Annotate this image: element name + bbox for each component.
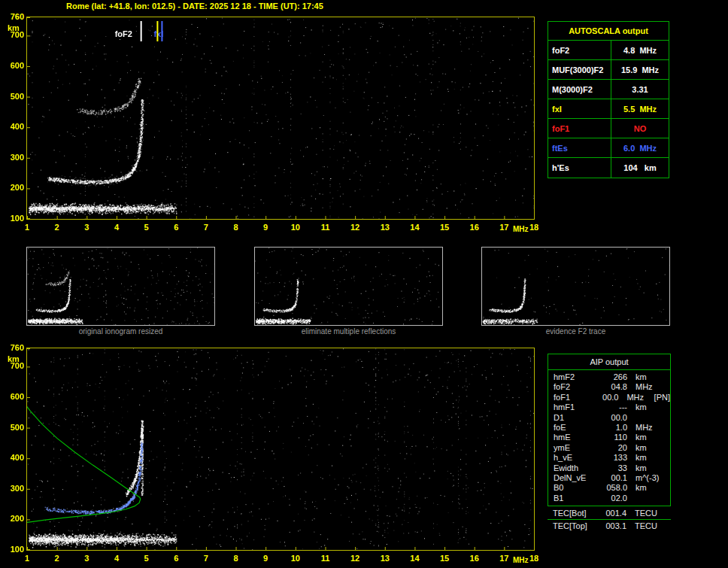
x-axis-tick-label: 16 bbox=[466, 223, 483, 232]
x-axis-tick-label: 2 bbox=[49, 223, 65, 232]
aip-cell: m^(-3) bbox=[627, 473, 666, 483]
aip-row-DelN_vE: DelN_vE00.1m^(-3) bbox=[548, 473, 670, 483]
aip-cell: 1.0 bbox=[599, 423, 627, 433]
autoscala-row-M(3000)F2: M(3000)F23.31 bbox=[548, 80, 669, 99]
aip-row-B0: B0058.0km bbox=[548, 483, 670, 493]
aip-cell bbox=[627, 494, 666, 503]
autoscala-param-label: M(3000)F2 bbox=[548, 80, 611, 99]
aip-cell: km bbox=[627, 463, 666, 473]
x-axis-tick-label: 6 bbox=[168, 554, 184, 563]
aip-cell: 20 bbox=[599, 443, 627, 453]
y-axis-unit-label: km bbox=[5, 24, 24, 32]
aip-cell: hmE bbox=[554, 433, 599, 442]
x-axis-tick-label: 14 bbox=[406, 554, 423, 563]
x-axis-tick-label: 17 bbox=[496, 223, 512, 232]
aip-cell: TECU bbox=[626, 521, 666, 531]
x-axis-tick-label: 3 bbox=[78, 554, 95, 563]
aip-cell: 33 bbox=[599, 463, 627, 473]
y-axis-tick-label: 300 bbox=[5, 484, 24, 493]
x-axis-tick-label: 16 bbox=[466, 554, 483, 563]
autoscala-param-value: 3.31 bbox=[611, 80, 669, 99]
bottom-ionogram-plot bbox=[26, 348, 535, 551]
x-axis-tick-label: 1 bbox=[19, 554, 35, 563]
thumbnail-no-multiples bbox=[254, 247, 443, 326]
aip-tec-divider bbox=[548, 519, 671, 520]
aip-panel-rows: hmF2266kmfoF204.8MHzfoF100.0MHz[PN]hmF1-… bbox=[548, 372, 670, 503]
aip-tec-section: TEC[Bot]001.4TECUTEC[Top]003.1TECU bbox=[548, 509, 671, 531]
aip-cell: hmF1 bbox=[554, 402, 599, 412]
y-axis-tick-label: 600 bbox=[5, 62, 24, 70]
autoscala-param-label: foF1 bbox=[548, 119, 611, 138]
autoscala-param-value: 6.0 MHz bbox=[611, 138, 669, 157]
y-axis-tick-label: 100 bbox=[5, 214, 24, 223]
aip-row-TEC[Bot]: TEC[Bot]001.4TECU bbox=[548, 509, 671, 518]
x-axis-tick-label: 13 bbox=[377, 554, 393, 563]
thumbnail-original-ionogram bbox=[26, 247, 215, 326]
aip-output-panel: AIP output hmF2266kmfoF204.8MHzfoF100.0M… bbox=[548, 354, 671, 506]
aip-row-hmE: hmE110km bbox=[548, 433, 670, 442]
x-axis-tick-label: 11 bbox=[317, 223, 333, 232]
aip-cell: [PN] bbox=[654, 393, 670, 402]
x-axis-tick-label: 8 bbox=[228, 554, 244, 563]
aip-row-foF2: foF204.8MHz bbox=[548, 382, 670, 392]
aip-cell: foF1 bbox=[554, 393, 593, 402]
autoscala-param-value: NO bbox=[611, 119, 669, 138]
aip-cell: km bbox=[627, 453, 666, 463]
x-axis-tick-label: 10 bbox=[287, 554, 304, 563]
aip-cell: 003.1 bbox=[598, 521, 626, 531]
station-header: Rome (lat: +41.8, lon: 012.5) - DATE: 20… bbox=[66, 2, 323, 11]
aip-cell: km bbox=[627, 372, 666, 382]
autoscala-row-foF1: foF1NO bbox=[548, 119, 669, 138]
x-axis-tick-label: 14 bbox=[406, 223, 423, 232]
aip-row-hmF1: hmF1---km bbox=[548, 402, 670, 412]
bottom-ionogram-canvas bbox=[27, 348, 534, 550]
y-axis-tick-label: 200 bbox=[5, 515, 24, 523]
y-axis-tick-label: 200 bbox=[5, 184, 24, 192]
aip-row-foE: foE1.0MHz bbox=[548, 423, 670, 433]
aip-cell: h_vE bbox=[554, 453, 599, 463]
aip-cell: B1 bbox=[554, 494, 599, 503]
aip-cell: TEC[Top] bbox=[553, 521, 598, 531]
aip-cell: foE bbox=[554, 423, 599, 433]
x-axis-tick-label: 11 bbox=[317, 554, 333, 563]
thumbnail-f2-trace-canvas bbox=[482, 248, 669, 325]
autoscala-window: Rome (lat: +41.8, lon: 012.5) - DATE: 20… bbox=[0, 0, 728, 568]
x-axis-tick-label: 9 bbox=[257, 554, 274, 563]
x-axis-tick-label: 10 bbox=[287, 223, 304, 232]
x-axis-tick-label: 7 bbox=[198, 554, 214, 563]
y-axis-tick-label: 500 bbox=[5, 424, 24, 432]
aip-row-hmF2: hmF2266km bbox=[548, 372, 670, 382]
x-axis-tick-label: 15 bbox=[436, 554, 453, 563]
x-axis-tick-label: 9 bbox=[257, 223, 274, 232]
autoscala-row-ftEs: ftEs6.0 MHz bbox=[548, 138, 669, 158]
thumbnail-caption-original: original ionogram resized bbox=[26, 327, 215, 336]
autoscala-param-label: fxI bbox=[548, 99, 611, 118]
aip-panel-title: AIP output bbox=[548, 354, 670, 370]
aip-cell: MHz bbox=[627, 423, 666, 433]
aip-cell: 058.0 bbox=[599, 483, 627, 493]
y-axis-tick-label: 100 bbox=[5, 545, 24, 554]
autoscala-row-MUF(3000)F2: MUF(3000)F215.9 MHz bbox=[548, 60, 669, 80]
aip-cell: DelN_vE bbox=[554, 473, 599, 483]
autoscala-param-value: 104 km bbox=[611, 158, 669, 178]
x-axis-tick-label: 5 bbox=[138, 223, 155, 232]
x-axis-tick-label: 13 bbox=[377, 223, 393, 232]
aip-row-ymE: ymE20km bbox=[548, 443, 670, 453]
aip-cell: D1 bbox=[554, 413, 599, 423]
aip-cell: Ewidth bbox=[554, 463, 599, 473]
autoscala-param-label: h'Es bbox=[548, 158, 611, 178]
aip-cell: km bbox=[627, 443, 666, 453]
aip-cell: 00.1 bbox=[599, 473, 627, 483]
thumbnail-caption-f2-trace: evidence F2 trace bbox=[481, 327, 670, 336]
autoscala-row-fxI: fxI5.5 MHz bbox=[548, 99, 669, 119]
x-axis-tick-label: 4 bbox=[108, 554, 125, 563]
x-axis-tick-label: 1 bbox=[19, 223, 35, 232]
x-axis-tick-label: 2 bbox=[49, 554, 65, 563]
aip-cell: km bbox=[627, 402, 666, 412]
y-axis-tick-label: 600 bbox=[5, 393, 24, 401]
aip-cell: foF2 bbox=[554, 382, 599, 392]
top-ionogram-plot bbox=[26, 17, 535, 220]
aip-row-TEC[Top]: TEC[Top]003.1TECU bbox=[548, 521, 671, 531]
y-axis-tick-label: 500 bbox=[5, 93, 24, 101]
x-axis-tick-label: 8 bbox=[228, 223, 244, 232]
